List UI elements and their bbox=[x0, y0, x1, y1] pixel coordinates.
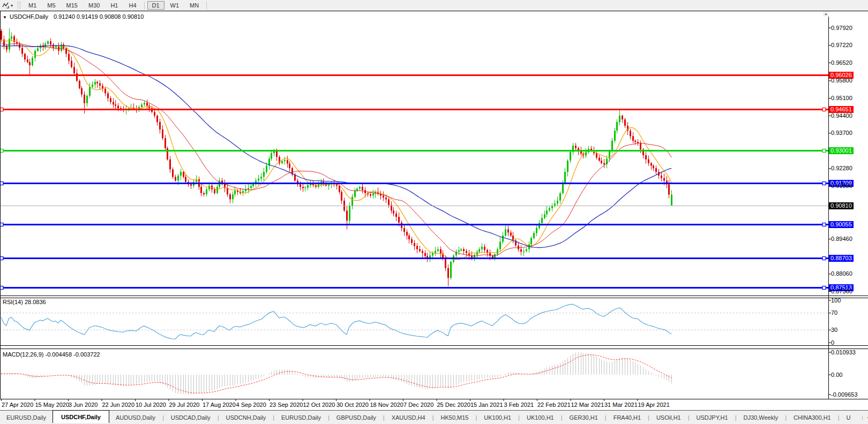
timeframe-D1[interactable]: D1 bbox=[147, 1, 164, 10]
symbol-tab-UK100,H1[interactable]: UK100,H1 bbox=[520, 411, 560, 424]
timeframe-M1[interactable]: M1 bbox=[24, 1, 41, 10]
rsi-line bbox=[1, 304, 671, 339]
symbol-tab-USDCNH,Daily[interactable]: USDCNH,Daily bbox=[220, 411, 273, 424]
line-handle[interactable] bbox=[822, 257, 826, 260]
toolbar-separator bbox=[206, 2, 207, 10]
line-handle[interactable] bbox=[822, 286, 826, 290]
symbol-tab-GER30,H1[interactable]: GER30,H1 bbox=[563, 411, 604, 424]
timeframe-M5[interactable]: M5 bbox=[42, 1, 60, 10]
timeframe-H1[interactable]: H1 bbox=[106, 1, 123, 10]
symbol-tab-U[interactable]: U bbox=[840, 411, 857, 424]
toolbar: ▾ M1M5M15M30H1H4D1W1MN bbox=[0, 0, 868, 11]
symbol-tab-USDCAD,Daily[interactable]: USDCAD,Daily bbox=[164, 411, 217, 424]
toolbar-separator bbox=[144, 2, 145, 10]
symbol-tabs: EURUSD,DailyUSDCHF,DailyAUDUSD,Daily|USD… bbox=[0, 411, 857, 424]
tab-divider: | bbox=[862, 415, 864, 420]
ma-8-line bbox=[1, 40, 671, 260]
macd-histogram bbox=[2, 352, 672, 395]
dropdown-caret-icon: ▾ bbox=[11, 3, 13, 8]
toolbar-grip[interactable] bbox=[18, 2, 20, 9]
symbol-tab-AUDUSD,Daily[interactable]: AUDUSD,Daily bbox=[109, 411, 162, 424]
symbol-tab-bar: EURUSD,DailyUSDCHF,DailyAUDUSD,Daily|USD… bbox=[0, 410, 868, 424]
symbol-tab-FRA40,H1[interactable]: FRA40,H1 bbox=[607, 411, 647, 424]
candles bbox=[1, 28, 672, 286]
timeframe-buttons: M1M5M15M30H1H4D1W1MN bbox=[23, 0, 209, 11]
symbol-tab-USDJPY,H1[interactable]: USDJPY,H1 bbox=[690, 411, 735, 424]
macd-signal-line bbox=[1, 355, 671, 393]
line-handle[interactable] bbox=[822, 149, 826, 153]
timeframe-H4[interactable]: H4 bbox=[124, 1, 141, 10]
cursor-tool-icon[interactable]: ▾ bbox=[0, 1, 15, 10]
symbol-tab-EURUSD,Daily[interactable]: EURUSD,Daily bbox=[0, 411, 53, 424]
tab-scroll-buttons: | ◀ ▶ bbox=[857, 415, 868, 420]
timeframe-MN[interactable]: MN bbox=[185, 1, 204, 10]
symbol-tab-GBPUSD,Daily[interactable]: GBPUSD,Daily bbox=[330, 411, 383, 424]
symbol-tab-XAUUSD,H4[interactable]: XAUUSD,H4 bbox=[385, 411, 432, 424]
symbol-tab-DJ30,Weekly[interactable]: DJ30,Weekly bbox=[737, 411, 785, 424]
symbol-tab-EURUSD,Daily[interactable]: EURUSD,Daily bbox=[275, 411, 327, 424]
scroll-up-button[interactable]: ▲ bbox=[823, 11, 829, 17]
symbol-tab-USDCHF,Daily[interactable]: USDCHF,Daily bbox=[53, 410, 109, 423]
timeframe-W1[interactable]: W1 bbox=[166, 1, 184, 10]
symbol-tab-HK50,M15[interactable]: HK50,M15 bbox=[435, 411, 475, 424]
timeframe-M15[interactable]: M15 bbox=[62, 1, 83, 10]
symbol-tab-USOil,H1[interactable]: USOil,H1 bbox=[650, 411, 687, 424]
line-handle[interactable] bbox=[822, 223, 826, 226]
symbol-tab-UK100,H1[interactable]: UK100,H1 bbox=[477, 411, 518, 424]
line-handle[interactable] bbox=[822, 182, 826, 185]
price-chart-canvas[interactable] bbox=[0, 0, 868, 424]
zigzag-cursor-icon bbox=[2, 2, 9, 9]
symbol-tab-CHINA300,H1[interactable]: CHINA300,H1 bbox=[787, 411, 837, 424]
line-handle[interactable] bbox=[822, 108, 826, 111]
timeframe-M30[interactable]: M30 bbox=[84, 1, 104, 10]
